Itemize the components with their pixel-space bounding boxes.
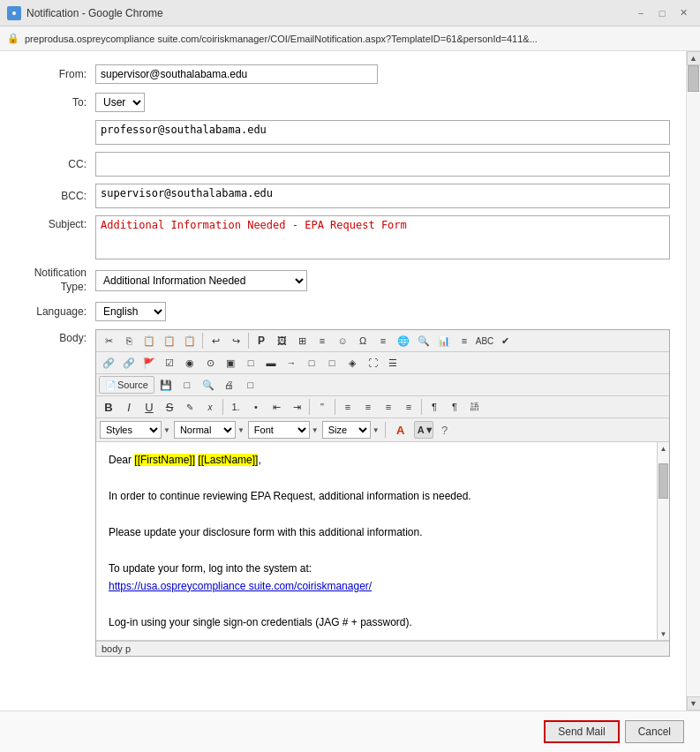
- rtl-button[interactable]: ¶: [445, 398, 464, 416]
- italic-button[interactable]: I: [119, 398, 139, 416]
- window-title: Notification - Google Chrome: [26, 7, 631, 19]
- save-btn[interactable]: 💾: [156, 376, 176, 394]
- bcc-input[interactable]: supervisor@southalabama.edu: [95, 184, 670, 208]
- font-color-btn[interactable]: A▼: [414, 421, 433, 439]
- cancel-button[interactable]: Cancel: [625, 720, 684, 743]
- spell-check-button[interactable]: ABC: [475, 332, 494, 350]
- undo-button[interactable]: ↩: [206, 332, 225, 350]
- help-button[interactable]: ?: [437, 422, 453, 438]
- subscript-button[interactable]: ✎: [180, 398, 199, 416]
- flash-button[interactable]: ◈: [342, 354, 362, 372]
- superscript-button[interactable]: x: [200, 398, 220, 416]
- paste-word-button[interactable]: 📋: [180, 332, 199, 350]
- minimize-button[interactable]: −: [631, 4, 651, 23]
- globe-button[interactable]: 🌐: [394, 332, 413, 350]
- blockquote-button[interactable]: ": [312, 398, 332, 416]
- size-select[interactable]: Size: [322, 421, 371, 439]
- maximize-editor-button[interactable]: ⛶: [363, 354, 382, 372]
- scroll-down-arrow[interactable]: ▼: [687, 696, 701, 711]
- select-btn[interactable]: □: [241, 354, 260, 372]
- link-button[interactable]: 🔗: [99, 354, 118, 372]
- from-label: From:: [16, 68, 95, 80]
- align-right-button[interactable]: ≡: [379, 398, 398, 416]
- close-button[interactable]: ✕: [674, 4, 693, 23]
- chart-button[interactable]: 📊: [434, 332, 454, 350]
- redo-button[interactable]: ↪: [226, 332, 245, 350]
- to-row: To: User: [16, 92, 670, 113]
- bold-p-button[interactable]: P: [252, 332, 271, 350]
- format-button[interactable]: ≡: [455, 332, 474, 350]
- language-btn[interactable]: 語: [465, 398, 485, 416]
- language-row: Language: English: [16, 301, 670, 322]
- normal-select[interactable]: Normal: [174, 421, 236, 439]
- form-area: From: To: User professor@southalabama.ed…: [0, 51, 686, 711]
- indent-button[interactable]: ⇥: [287, 398, 306, 416]
- scroll-up-arrow[interactable]: ▲: [687, 51, 701, 65]
- to-select[interactable]: User: [95, 93, 145, 112]
- unlink-button[interactable]: 🔗: [119, 354, 139, 372]
- normal-wrap: Normal ▼: [174, 421, 245, 439]
- block-button[interactable]: ☰: [383, 354, 403, 372]
- unordered-list-button[interactable]: •: [246, 398, 266, 416]
- iframe-button[interactable]: →: [282, 354, 301, 372]
- table-button[interactable]: ⊞: [292, 332, 312, 350]
- list-button[interactable]: ≡: [373, 332, 393, 350]
- source-button[interactable]: 📄Source: [99, 376, 154, 394]
- styles-select[interactable]: Styles: [100, 421, 162, 439]
- editor-para-4: [109, 505, 644, 523]
- to-email-input[interactable]: professor@southalabama.edu: [95, 120, 670, 145]
- svg-point-1: [12, 11, 16, 15]
- checkbox-button[interactable]: ☑: [160, 354, 179, 372]
- new-doc-btn[interactable]: □: [177, 376, 197, 394]
- subject-input[interactable]: Additional Information Needed - EPA Requ…: [95, 215, 670, 259]
- bold-button[interactable]: B: [99, 398, 118, 416]
- align-left-button[interactable]: ≡: [338, 398, 358, 416]
- textarea-btn[interactable]: ▣: [221, 354, 240, 372]
- paste-button[interactable]: 📋: [139, 332, 159, 350]
- div-button[interactable]: □: [302, 354, 321, 372]
- font-size-increase-btn[interactable]: A: [391, 421, 410, 439]
- align-center-button[interactable]: ≡: [358, 398, 378, 416]
- editor-body[interactable]: Dear [[FirstName]] [[LastName]], In orde…: [96, 442, 657, 640]
- radio-button[interactable]: ◉: [180, 354, 199, 372]
- anchor-button[interactable]: 🚩: [139, 354, 159, 372]
- cc-input[interactable]: [95, 152, 670, 177]
- paste-text-button[interactable]: 📋: [160, 332, 179, 350]
- send-mail-button[interactable]: Send Mail: [544, 720, 619, 743]
- template-button[interactable]: □: [322, 354, 342, 372]
- editor-scroll-down[interactable]: ▼: [658, 628, 670, 640]
- outdent-button[interactable]: ⇤: [267, 398, 286, 416]
- editor-scroll-track: [658, 455, 669, 628]
- system-link[interactable]: https://usa.ospreycompliance suite.com/c…: [109, 580, 372, 592]
- align-button[interactable]: ≡: [312, 332, 332, 350]
- maximize-button[interactable]: □: [652, 4, 672, 23]
- special-char-button[interactable]: Ω: [353, 332, 373, 350]
- image-button[interactable]: 🖼: [272, 332, 291, 350]
- copy-button[interactable]: ⎘: [119, 332, 139, 350]
- hr-button[interactable]: ▬: [261, 354, 281, 372]
- editor-para-1: Dear [[FirstName]] [[LastName]],: [109, 451, 644, 469]
- search-button[interactable]: 🔍: [414, 332, 433, 350]
- print-btn[interactable]: 🖨: [220, 376, 239, 394]
- cc-label: CC:: [16, 158, 95, 170]
- textfield-button[interactable]: ⊙: [200, 354, 220, 372]
- strikethrough-button[interactable]: S: [160, 398, 179, 416]
- align-justify-button[interactable]: ≡: [399, 398, 418, 416]
- ordered-list-button[interactable]: 1.: [226, 398, 245, 416]
- check-button[interactable]: ✔: [495, 332, 515, 350]
- cut-button[interactable]: ✂: [99, 332, 118, 350]
- emoji-button[interactable]: ☺: [333, 332, 352, 350]
- preview-btn[interactable]: 🔍: [199, 376, 218, 394]
- ltr-button[interactable]: ¶: [425, 398, 444, 416]
- editor-scroll-up[interactable]: ▲: [658, 442, 670, 455]
- address-bar: 🔒 preprodusa.ospreycompliance suite.com/…: [0, 26, 700, 51]
- main-scrollbar[interactable]: ▲ ▼: [686, 51, 700, 711]
- notification-type-select[interactable]: Additional Information Needed: [95, 270, 307, 291]
- cc-row: CC:: [16, 152, 670, 177]
- font-select[interactable]: Font: [248, 421, 310, 439]
- editor-scrollbar[interactable]: ▲ ▼: [657, 442, 669, 640]
- language-select[interactable]: English: [95, 302, 166, 321]
- from-input[interactable]: [95, 64, 378, 84]
- underline-button[interactable]: U: [139, 398, 159, 416]
- template-doc-btn[interactable]: □: [241, 376, 260, 394]
